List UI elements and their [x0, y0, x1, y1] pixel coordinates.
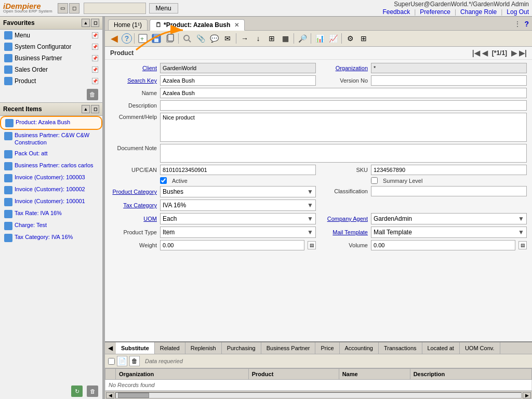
company-agent-select[interactable]: GardenAdmin ▼ [371, 213, 527, 224]
bottom-tab-prev-btn[interactable]: ◀ [105, 342, 116, 354]
doc-note-textarea[interactable] [160, 144, 527, 163]
nav-last-btn[interactable]: ▶| [519, 49, 527, 57]
sidebar-item-system-configurator[interactable]: System Configurator 📌 [0, 41, 102, 52]
minimize-icon[interactable]: ▭ [58, 3, 68, 14]
business-partner-pin[interactable]: 📌 [92, 55, 98, 61]
help-button[interactable]: ? [122, 33, 132, 44]
version-no-input[interactable] [371, 75, 527, 86]
classification-input[interactable] [371, 186, 527, 196]
menu-button[interactable]: Menu [149, 3, 178, 14]
zoom-button[interactable]: 🔎 [296, 32, 309, 45]
tax-category-select[interactable]: IVA 16% ▼ [160, 200, 316, 211]
bottom-tab-business-partner[interactable]: Business Partner [261, 342, 316, 354]
recent-add-btn[interactable]: 🗑 [87, 385, 98, 397]
recent-item-0[interactable]: Product: Azalea Bush [0, 116, 102, 130]
grid-delete-btn[interactable]: 🗑 [129, 356, 140, 366]
grid-new-btn[interactable]: 📄 [117, 356, 127, 366]
weight-calc-icon[interactable]: ▤ [308, 241, 316, 249]
logout-link[interactable]: Log Out [507, 8, 529, 16]
apps-button[interactable]: ⊞ [357, 32, 370, 45]
tabs-help-icon[interactable]: ? [524, 20, 529, 28]
recent-item-6[interactable]: Invoice (Customer): 100001 [0, 196, 102, 208]
recent-item-7[interactable]: Tax Rate: IVA 16% [0, 208, 102, 220]
product-tab[interactable]: 🗒 *Product: Azalea Bush ✕ [150, 19, 245, 31]
bottom-tab-located-at[interactable]: Located at [422, 342, 460, 354]
client-input[interactable] [160, 63, 316, 73]
client-label[interactable]: Client [110, 65, 157, 71]
sidebar-item-product[interactable]: Product 📌 [0, 75, 102, 87]
recent-collapse-btn[interactable]: ▲ [82, 105, 90, 113]
uom-label[interactable]: UOM [110, 216, 157, 222]
sidebar-item-sales-order[interactable]: Sales Order 📌 [0, 64, 102, 75]
recent-item-5[interactable]: Invoice (Customer): 100002 [0, 184, 102, 196]
active-checkbox[interactable] [160, 177, 167, 184]
new-record-button[interactable]: + [137, 32, 149, 45]
product-pin[interactable]: 📌 [92, 78, 98, 84]
horizontal-scrollbar[interactable]: ◀ ▶ [105, 391, 532, 399]
tab-close-icon[interactable]: ✕ [234, 22, 239, 29]
volume-input[interactable] [371, 240, 515, 250]
bottom-tab-transactions[interactable]: Transactions [379, 342, 422, 354]
bottom-tab-price[interactable]: Price [315, 342, 339, 354]
preference-link[interactable]: Preference [420, 8, 450, 16]
find-button[interactable] [181, 32, 193, 45]
menu-pin[interactable]: 📌 [92, 32, 98, 38]
arrow-right-button[interactable]: → [238, 32, 251, 45]
form-view-button[interactable]: ▦ [279, 32, 291, 45]
settings-button[interactable]: ⚙ [344, 32, 356, 45]
chat-button[interactable]: 💬 [208, 32, 220, 45]
organization-input[interactable] [371, 63, 527, 73]
sales-order-pin[interactable]: 📌 [92, 66, 98, 73]
tabs-collapse-icon[interactable]: ⋮ [514, 20, 521, 28]
recent-item-4[interactable]: Invoice (Customer): 100003 [0, 172, 102, 184]
product-category-select[interactable]: Bushes ▼ [160, 186, 316, 197]
upc-input[interactable] [160, 165, 316, 175]
summary-level-checkbox[interactable] [371, 177, 378, 184]
sidebar-recycle-btn[interactable]: 🗑 [87, 89, 98, 100]
nav-prev-btn[interactable]: ◀ [482, 49, 488, 57]
sidebar-item-business-partner[interactable]: Business Partner 📌 [0, 52, 102, 64]
hscroll-left-btn[interactable]: ◀ [106, 392, 114, 398]
bottom-tab-replenish[interactable]: Replenish [185, 342, 222, 354]
bottom-tab-accounting[interactable]: Accounting [340, 342, 379, 354]
bottom-tab-substitute[interactable]: Substitute [116, 342, 155, 354]
uom-select[interactable]: Each ▼ [160, 213, 316, 224]
change-role-link[interactable]: Change Role [460, 8, 497, 16]
bottom-tab-purchasing[interactable]: Purchasing [222, 342, 261, 354]
bottom-tab-uom-conv[interactable]: UOM Conv. [460, 342, 500, 354]
report-button[interactable]: 📊 [313, 32, 326, 45]
description-input[interactable] [160, 100, 527, 111]
email-button[interactable]: ✉ [221, 32, 234, 45]
comment-textarea[interactable]: Nice product [160, 113, 527, 142]
copy-button[interactable] [164, 32, 176, 45]
organization-label[interactable]: Organization [321, 65, 368, 71]
attach-button[interactable]: 📎 [194, 32, 207, 45]
nav-first-btn[interactable]: |◀ [472, 49, 480, 57]
volume-calc-icon[interactable]: ▤ [518, 241, 527, 249]
grid-view-button[interactable]: ⊞ [265, 32, 278, 45]
product-category-label[interactable]: Product Category [110, 189, 157, 195]
save-button[interactable] [150, 32, 163, 45]
system-config-pin[interactable]: 📌 [92, 44, 98, 50]
bottom-tab-related[interactable]: Related [155, 342, 185, 354]
back-button[interactable]: ◀ [108, 32, 121, 45]
hscroll-thumb[interactable] [118, 393, 149, 398]
recent-item-9[interactable]: Tax Category: IVA 16% [0, 232, 102, 244]
mail-template-label[interactable]: Mail Template [321, 229, 368, 235]
recent-item-2[interactable]: Pack Out: att [0, 148, 102, 160]
arrow-down-button[interactable]: ↓ [252, 32, 264, 45]
chart-button[interactable]: 📈 [327, 32, 339, 45]
mail-template-select[interactable]: Mall Template ▼ [371, 227, 527, 238]
recent-item-1[interactable]: Business Partner: C&W C&W Construction [0, 130, 102, 148]
product-type-select[interactable]: Item ▼ [160, 227, 316, 238]
hscroll-track[interactable] [115, 392, 522, 398]
hscroll-right-btn[interactable]: ▶ [523, 392, 531, 398]
recent-refresh-btn[interactable]: ↻ [71, 385, 83, 397]
sidebar-item-menu[interactable]: Menu 📌 [0, 30, 102, 41]
name-input[interactable] [160, 88, 527, 98]
favourites-collapse-btn[interactable]: ▲ [82, 19, 90, 27]
tax-category-label[interactable]: Tax Category [110, 202, 157, 208]
grid-select-all[interactable] [108, 358, 115, 365]
feedback-link[interactable]: Feedback [382, 8, 410, 16]
weight-input[interactable] [160, 240, 304, 250]
